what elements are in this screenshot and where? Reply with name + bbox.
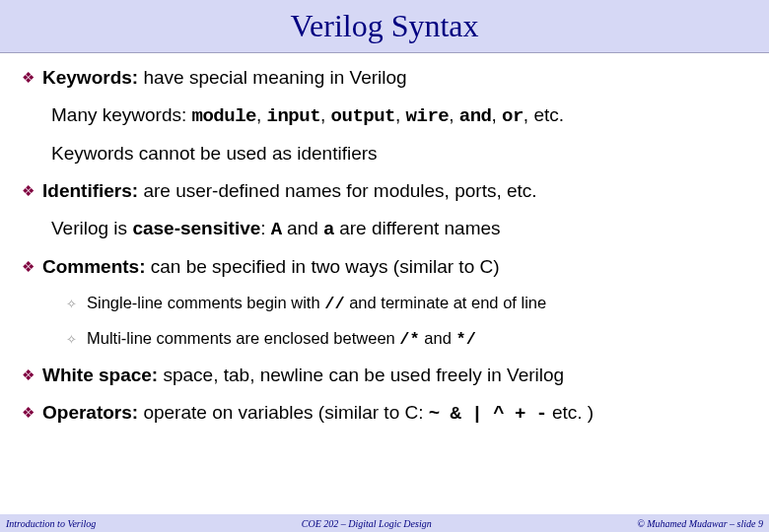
kw-input: input [267,105,321,127]
footer-band: Introduction to Verilog COE 202 – Digita… [0,514,769,532]
whitespace-heading: White space: [42,365,158,385]
many-suffix: , etc. [524,104,564,125]
slide-content: ❖ Keywords: have special meaning in Veri… [0,53,769,425]
comments-multi-line: ✧ Multi-line comments are enclosed betwe… [66,329,747,349]
bullet-operators: ❖ Operators: operate on variables (simil… [22,402,747,425]
bullet-whitespace: ❖ White space: space, tab, newline can b… [22,365,747,386]
keywords-no-identifier: Keywords cannot be used as identifiers [51,143,747,165]
diamond-open-icon: ✧ [66,332,77,347]
kw-or: or [502,105,524,127]
kw-module: module [192,105,256,127]
keywords-examples: Many keywords: module, input, output, wi… [51,104,747,127]
operators-text-prefix: operate on variables (similar to C: [138,402,429,423]
bullet-comments: ❖ Comments: can be specified in two ways… [22,256,747,278]
keywords-heading: Keywords: [42,67,138,88]
kw-wire: wire [406,105,450,127]
token-slashstar-open: /* [399,330,419,349]
diamond-icon: ❖ [22,182,35,200]
token-slashstar-close: */ [455,330,475,349]
bullet-keywords: ❖ Keywords: have special meaning in Veri… [22,67,747,89]
whitespace-text: space, tab, newline can be used freely i… [158,365,564,385]
operator-list: ~ & | ^ + - [429,403,547,425]
operators-heading: Operators: [42,402,138,423]
comments-text: can be specified in two ways (similar to… [146,256,500,277]
comments-single-line: ✧ Single-line comments begin with // and… [66,294,747,313]
operators-text-suffix: etc. ) [547,402,594,423]
kw-output: output [331,105,395,127]
diamond-icon: ❖ [22,366,35,384]
kw-and: and [459,105,492,127]
footer-left: Introduction to Verilog [6,518,96,529]
keywords-text: have special meaning in Verilog [138,67,407,88]
diamond-open-icon: ✧ [66,297,77,311]
footer-center: COE 202 – Digital Logic Design [302,518,432,529]
diamond-icon: ❖ [22,404,35,422]
token-slashslash: // [324,295,344,313]
example-upper-a: A [271,219,282,240]
diamond-icon: ❖ [22,258,35,276]
bullet-identifiers: ❖ Identifiers: are user-defined names fo… [22,180,747,202]
title-band: Verilog Syntax [0,0,769,53]
identifiers-heading: Identifiers: [42,180,138,201]
footer-right: © Muhamed Mudawar – slide 9 [637,518,763,529]
comments-heading: Comments: [42,256,146,277]
case-sensitive-label: case-sensitive [132,218,260,238]
diamond-icon: ❖ [22,69,35,87]
example-lower-a: a [323,219,334,240]
slide-title: Verilog Syntax [290,8,478,44]
many-prefix: Many keywords: [51,104,192,125]
identifiers-case: Verilog is case-sensitive: A and a are d… [51,218,747,240]
identifiers-text: are user-defined names for modules, port… [138,180,536,201]
